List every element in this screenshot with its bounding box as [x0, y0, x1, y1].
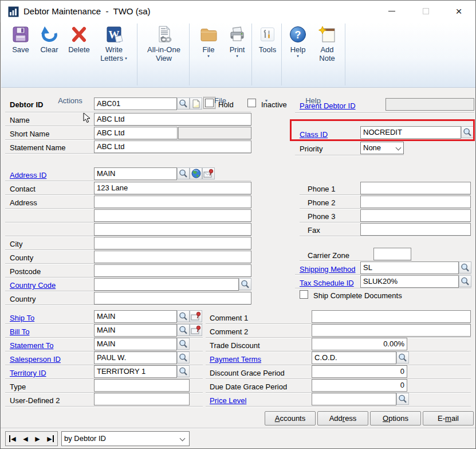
- file-button[interactable]: File ▼: [195, 25, 222, 58]
- comment2-field[interactable]: [312, 324, 471, 337]
- all-in-one-view-button[interactable]: All-in-One View: [140, 25, 188, 63]
- contact-field[interactable]: 123 Lane: [94, 182, 251, 194]
- tax-schedule-id-field[interactable]: SLUK20%: [360, 275, 459, 288]
- ship-complete-documents-checkbox[interactable]: [300, 290, 308, 299]
- clear-button[interactable]: Clear: [36, 25, 63, 54]
- statement-name-field[interactable]: ABC Ltd: [94, 140, 251, 153]
- bill-to-field[interactable]: MAIN: [94, 324, 177, 337]
- comment1-field[interactable]: [312, 310, 471, 323]
- price-level-lookup-button[interactable]: [396, 393, 409, 405]
- country-code-lookup-button[interactable]: [239, 278, 251, 290]
- debtor-id-field[interactable]: ABC01: [94, 97, 177, 110]
- help-button[interactable]: ? Help ▼: [285, 25, 311, 58]
- fax-field[interactable]: [360, 223, 471, 236]
- territory-id-lookup-button[interactable]: [177, 365, 190, 377]
- options-button[interactable]: Options: [370, 411, 421, 425]
- salesperson-id-link[interactable]: Salesperson ID: [10, 355, 61, 364]
- price-level-link[interactable]: Price Level: [210, 396, 246, 405]
- address-id-lookup-button[interactable]: [177, 167, 190, 179]
- add-note-button[interactable]: Add Note: [312, 25, 342, 63]
- parent-debtor-id-field[interactable]: [385, 98, 474, 111]
- parent-debtor-id-link[interactable]: Parent Debtor ID: [300, 101, 356, 110]
- country-field[interactable]: [94, 292, 251, 304]
- carrier-zone-field[interactable]: [373, 248, 411, 260]
- lookup-icon: [398, 395, 407, 404]
- nav-next-button[interactable]: ▶: [35, 435, 40, 442]
- address-line3-field[interactable]: [94, 223, 251, 236]
- inactive-checkbox[interactable]: [247, 99, 256, 107]
- maximize-button[interactable]: [412, 1, 439, 22]
- print-label: Print: [230, 45, 245, 54]
- print-button[interactable]: Print ▼: [223, 25, 251, 58]
- discount-grace-period-field[interactable]: 0: [312, 365, 407, 378]
- accounts-button[interactable]: Accounts: [265, 411, 316, 425]
- shipping-method-link[interactable]: Shipping Method: [300, 265, 356, 274]
- phone1-field[interactable]: [360, 182, 471, 194]
- class-id-lookup-button[interactable]: [461, 126, 474, 138]
- address-map-button[interactable]: [202, 167, 215, 179]
- class-id-link[interactable]: Class ID: [300, 130, 328, 139]
- hold-checkbox[interactable]: [205, 99, 214, 107]
- priority-dropdown[interactable]: None: [360, 142, 404, 154]
- tax-schedule-id-link[interactable]: Tax Schedule ID: [300, 279, 354, 287]
- ship-to-field[interactable]: MAIN: [94, 310, 177, 323]
- bill-to-link[interactable]: Bill To: [10, 327, 29, 336]
- save-button[interactable]: Save: [7, 25, 34, 54]
- internet-info-button[interactable]: [190, 167, 202, 179]
- trade-discount-field[interactable]: 0.00%: [312, 338, 407, 350]
- payment-terms-field[interactable]: C.O.D.: [312, 352, 396, 364]
- phone2-field[interactable]: [360, 196, 471, 208]
- ship-to-link[interactable]: Ship To: [10, 314, 34, 322]
- class-id-field[interactable]: NOCREDIT: [360, 126, 461, 139]
- bill-to-address-button[interactable]: [190, 324, 202, 336]
- ship-to-lookup-button[interactable]: [177, 310, 190, 322]
- address-line2-field[interactable]: [94, 209, 251, 222]
- address-id-link[interactable]: Address ID: [10, 171, 46, 179]
- phone3-label: Phone 3: [308, 212, 335, 221]
- statement-to-link[interactable]: Statement To: [10, 341, 53, 350]
- type-field[interactable]: [94, 379, 190, 392]
- county-field[interactable]: [94, 251, 251, 263]
- help-label: Help: [290, 45, 306, 54]
- postcode-field[interactable]: [94, 264, 251, 277]
- email-button[interactable]: E-mail: [423, 411, 474, 425]
- ship-to-address-button[interactable]: [190, 310, 202, 322]
- address-button[interactable]: Address: [317, 411, 368, 425]
- trade-discount-label: Trade Discount: [210, 341, 260, 350]
- minimize-button[interactable]: [379, 1, 405, 22]
- close-button[interactable]: ×: [446, 1, 472, 22]
- nav-first-button[interactable]: ◀: [9, 435, 15, 442]
- statement-to-lookup-button[interactable]: [177, 338, 190, 350]
- debtor-id-note-button[interactable]: [190, 97, 202, 110]
- phone3-field[interactable]: [360, 209, 471, 222]
- nav-previous-button[interactable]: ◀: [23, 435, 27, 442]
- delete-button[interactable]: Delete: [64, 25, 94, 54]
- payment-terms-link[interactable]: Payment Terms: [210, 355, 261, 364]
- address-line1-field[interactable]: [94, 196, 251, 208]
- due-date-grace-period-field[interactable]: 0: [312, 379, 407, 392]
- payment-terms-lookup-button[interactable]: [396, 352, 409, 364]
- territory-id-link[interactable]: Territory ID: [10, 369, 46, 377]
- tax-schedule-id-lookup-button[interactable]: [459, 275, 471, 287]
- salesperson-id-lookup-button[interactable]: [177, 352, 190, 364]
- write-letters-button[interactable]: W Write Letters▼: [95, 25, 133, 63]
- user-defined-2-field[interactable]: [94, 393, 190, 405]
- name-field[interactable]: ABC Ltd: [94, 113, 251, 126]
- city-field[interactable]: [94, 237, 251, 249]
- territory-id-field[interactable]: TERRITORY 1: [94, 365, 177, 378]
- salesperson-id-field[interactable]: PAUL W.: [94, 352, 177, 364]
- row-separator: [300, 260, 412, 261]
- shipping-method-field[interactable]: SL: [360, 261, 459, 274]
- country-code-field[interactable]: [94, 278, 239, 291]
- sort-by-dropdown[interactable]: by Debtor ID: [61, 431, 190, 446]
- debtor-id-lookup-button[interactable]: [177, 97, 190, 110]
- price-level-field[interactable]: [312, 393, 396, 405]
- bill-to-lookup-button[interactable]: [177, 324, 190, 336]
- tools-button[interactable]: Tools: [254, 25, 281, 54]
- address-id-field[interactable]: MAIN: [94, 167, 177, 180]
- nav-last-button[interactable]: ▶: [47, 435, 53, 442]
- short-name-field[interactable]: ABC Ltd: [94, 127, 178, 139]
- shipping-method-lookup-button[interactable]: [459, 261, 471, 274]
- country-code-link[interactable]: Country Code: [10, 281, 56, 290]
- statement-to-field[interactable]: MAIN: [94, 338, 177, 350]
